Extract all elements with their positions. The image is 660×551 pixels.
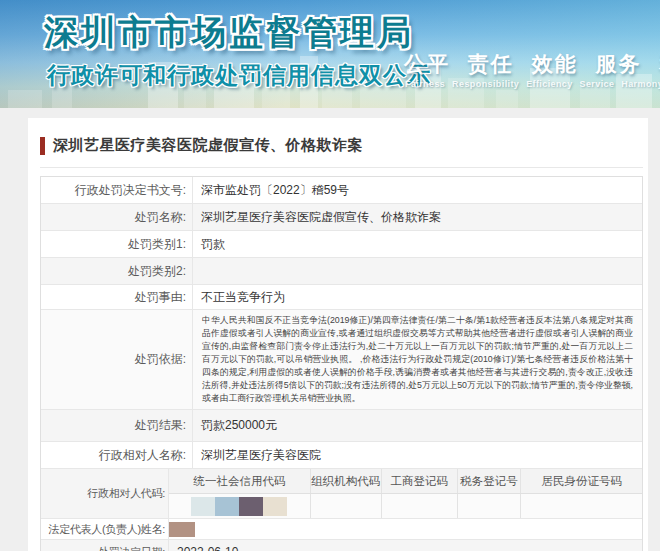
field-label: 处罚事由: bbox=[41, 285, 193, 309]
tax-reg-cell bbox=[458, 494, 522, 518]
field-value: 深市监处罚〔2022〕稽59号 bbox=[193, 177, 642, 203]
row-penalty-result: 处罚结果: 罚款250000元 bbox=[41, 410, 642, 442]
site-banner: 深圳市市场监督管理局 行政许可和行政处罚信用信息双公示 公平 责任 效能 服务 … bbox=[0, 0, 660, 108]
row-penalty-basis: 处罚依据: 中华人民共和国反不正当竞争法(2019修正)/第四章法律责任/第二十… bbox=[41, 310, 642, 410]
row-penalty-reason: 处罚事由: 不正当竞争行为 bbox=[41, 285, 642, 310]
building-silhouette bbox=[262, 88, 290, 108]
case-title-row: 深圳艺星医疗美容医院虚假宣传、价格欺诈案 bbox=[40, 130, 643, 168]
row-decision-date: 处罚决定日期: 2022-06-10 bbox=[41, 540, 642, 551]
party-codes-table: 统一社会信用代码 组织机构代码 工商登记码 税务登记号 居民身份证号码 bbox=[169, 469, 642, 518]
field-label: 行政相对人名称: bbox=[41, 442, 193, 468]
building-silhouette bbox=[8, 90, 42, 108]
site-subtitle: 行政许可和行政处罚信用信息双公示 bbox=[47, 60, 431, 91]
title-marker bbox=[40, 137, 45, 155]
field-label: 处罚类别2: bbox=[41, 258, 193, 284]
field-value: 罚款 bbox=[193, 231, 642, 257]
row-penalty-doc-number: 行政处罚决定书文号: 深市监处罚〔2022〕稽59号 bbox=[41, 177, 642, 204]
org-code-cell bbox=[311, 494, 382, 518]
slogan-english: Fairness Responsibility Efficiency Servi… bbox=[405, 79, 660, 89]
field-label: 处罚类别1: bbox=[41, 231, 193, 257]
field-label: 行政处罚决定书文号: bbox=[41, 177, 193, 203]
business-reg-cell bbox=[382, 494, 458, 518]
field-label: 处罚名称: bbox=[41, 204, 193, 230]
field-label: 处罚结果: bbox=[41, 410, 193, 441]
field-label: 处罚决定日期: bbox=[41, 540, 169, 551]
redacted-code-block bbox=[191, 497, 215, 516]
party-codes-header-row: 统一社会信用代码 组织机构代码 工商登记码 税务登记号 居民身份证号码 bbox=[169, 469, 642, 494]
field-value: 深圳艺星医疗美容医院 bbox=[193, 442, 642, 468]
site-title: 深圳市市场监督管理局 bbox=[44, 10, 414, 56]
field-value bbox=[193, 258, 642, 284]
id-number-cell bbox=[521, 494, 642, 518]
field-value bbox=[169, 519, 642, 539]
content-card: 深圳艺星医疗美容医院虚假宣传、价格欺诈案 行政处罚决定书文号: 深市监处罚〔20… bbox=[28, 118, 648, 551]
row-party-name: 行政相对人名称: 深圳艺星医疗美容医院 bbox=[41, 442, 642, 469]
row-penalty-name: 处罚名称: 深圳艺星医疗美容医院虚假宣传、价格欺诈案 bbox=[41, 204, 642, 231]
building-silhouette bbox=[496, 90, 518, 108]
slogan-chinese: 公平 责任 效能 服务 和谐 bbox=[404, 50, 660, 78]
row-penalty-category-1: 处罚类别1: 罚款 bbox=[41, 231, 642, 258]
field-value: 罚款250000元 bbox=[193, 410, 642, 441]
column-header: 税务登记号 bbox=[458, 469, 522, 493]
case-title: 深圳艺星医疗美容医院虚假宣传、价格欺诈案 bbox=[53, 136, 363, 155]
redacted-name-block bbox=[169, 522, 195, 537]
field-value: 深圳艺星医疗美容医院虚假宣传、价格欺诈案 bbox=[193, 204, 642, 230]
column-header: 统一社会信用代码 bbox=[169, 469, 311, 493]
column-header: 居民身份证号码 bbox=[521, 469, 642, 493]
field-label: 处罚依据: bbox=[41, 310, 193, 409]
redacted-code-block bbox=[215, 497, 239, 516]
redacted-code-block bbox=[263, 497, 287, 516]
field-value: 2022-06-10 bbox=[169, 540, 642, 551]
field-value: 不正当竞争行为 bbox=[193, 285, 642, 309]
penalty-table: 行政处罚决定书文号: 深市监处罚〔2022〕稽59号 处罚名称: 深圳艺星医疗美… bbox=[40, 176, 643, 551]
redacted-code-block bbox=[239, 497, 263, 516]
party-codes-value-row bbox=[169, 494, 642, 518]
field-label: 法定代表人(负责人)姓名: bbox=[41, 519, 169, 539]
column-header: 组织机构代码 bbox=[311, 469, 382, 493]
column-header: 工商登记码 bbox=[382, 469, 458, 493]
field-value: 中华人民共和国反不正当竞争法(2019修正)/第四章法律责任/第二十条/第1款经… bbox=[193, 310, 642, 409]
row-penalty-category-2: 处罚类别2: bbox=[41, 258, 642, 285]
row-legal-representative: 法定代表人(负责人)姓名: bbox=[41, 519, 642, 540]
credit-code-cell bbox=[169, 494, 311, 518]
field-label: 行政相对人代码: bbox=[41, 469, 169, 518]
row-party-codes: 行政相对人代码: 统一社会信用代码 组织机构代码 工商登记码 税务登记号 居民身… bbox=[41, 469, 642, 519]
